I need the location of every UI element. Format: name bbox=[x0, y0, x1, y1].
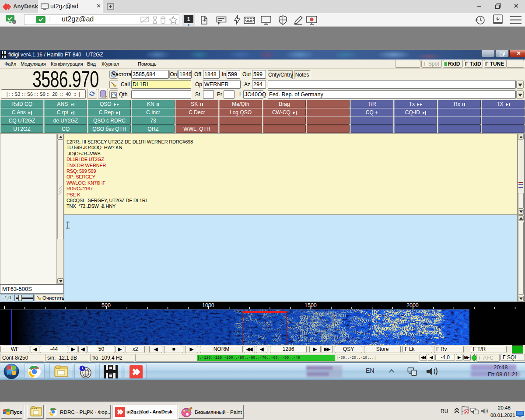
svg-text:1000: 1000 bbox=[202, 302, 214, 308]
svg-text:500: 500 bbox=[102, 302, 111, 308]
svg-text:2000: 2000 bbox=[406, 302, 419, 308]
